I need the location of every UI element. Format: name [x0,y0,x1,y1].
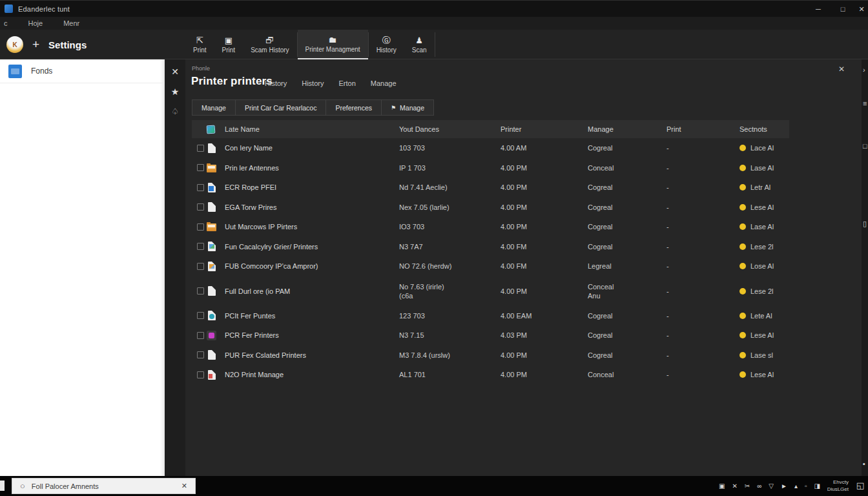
dock-icon[interactable]: ▪ [863,460,865,468]
table-row[interactable]: N2O Print Manage AL1 701 4.00 PM Conceal… [192,365,789,385]
row-checkbox[interactable] [197,145,204,152]
table-row[interactable]: PCR Fer Printers N3 7.15 4.03 PM Cogreal… [192,326,789,346]
table-row[interactable]: FUB Comcoory IP'ca Ampror) NO 72.6 (herd… [192,256,789,276]
taskbar-edge-icon[interactable] [0,480,5,491]
printer-name[interactable]: Full Durl ore (io PAM [225,287,399,296]
col-manage[interactable]: Manage [588,125,666,133]
minimize-button[interactable]: ─ [806,1,831,17]
monitor-icon[interactable]: □ [863,142,867,150]
col-printer[interactable]: Printer [501,125,588,133]
manage-value[interactable]: Cogreal [588,143,666,152]
row-checkbox[interactable] [197,351,204,358]
subtab-preferences[interactable]: Preferences [326,100,381,115]
maximize-button[interactable]: □ [831,1,855,17]
subtab-manage-2[interactable]: ⚑ Manage [382,100,433,115]
tray-x-icon-1[interactable]: ✕ [732,482,737,490]
manage-value[interactable]: Conceal [588,370,666,379]
row-checkbox[interactable] [197,263,204,270]
tab-history[interactable]: Ⓖ History [369,30,404,59]
search-close-icon[interactable]: ✕ [181,482,187,490]
tray-caret-icon[interactable]: ▴ [794,482,798,490]
favorite-icon[interactable]: ★ [171,87,180,96]
table-row[interactable]: Full Durl ore (io PAM No 7.63 (irirle) (… [192,276,789,306]
tray-scissors-icon[interactable]: ✂ [745,482,750,490]
printer-name[interactable]: FUB Comcoory IP'ca Ampror) [225,262,399,271]
table-row[interactable]: Prin ler Antennes IP 1 703 4.00 PM Conce… [192,158,789,178]
row-checkbox[interactable] [197,164,204,171]
show-desktop-icon[interactable]: ◱ [856,480,864,490]
printer-name[interactable]: PUR Fex Cslated Printers [225,351,399,360]
printer-name[interactable]: ECR Rope PFEI [225,183,399,192]
col-late-name[interactable]: Late Name [225,125,399,133]
manage-value[interactable]: Conceal [588,163,666,172]
list-icon[interactable]: ≡ [863,99,867,107]
tray-window-icon[interactable]: ◨ [814,482,820,490]
avatar[interactable]: K [6,36,23,53]
tab-scan[interactable]: ♟ Scan [404,30,435,59]
printer-name[interactable]: Uut Marcows IP Pirters [225,222,399,231]
tab-print-1[interactable]: ⇱ Print [185,30,214,59]
row-checkbox[interactable] [197,243,204,250]
row-checkbox[interactable] [197,287,204,294]
printer-name[interactable]: PCIt Fer Puntes [225,311,399,320]
manage-value[interactable]: Cogreal [588,351,666,360]
link-history-2[interactable]: History [302,79,324,87]
table-row[interactable]: PUR Fex Cslated Printers M3 7.8.4 (urslw… [192,346,789,366]
link-erton[interactable]: Erton [338,79,355,87]
row-checkbox[interactable] [197,184,204,191]
col-sectnots[interactable]: Sectnots [739,125,789,133]
manage-value[interactable]: Cogreal [588,242,666,251]
sidebar-item-fonds[interactable]: Fonds [0,59,165,83]
taskbar-search[interactable]: ○ Foll Palocer Amnents ✕ [12,478,196,494]
printer-name[interactable]: EGA Torw Prires [225,203,399,212]
row-checkbox[interactable] [197,223,204,231]
manage-value[interactable]: Cogreal [588,222,666,231]
add-button[interactable]: + [32,37,39,52]
chevron-right-icon[interactable]: › [863,66,865,74]
manage-value[interactable]: Conceal Anu [588,282,666,300]
col-yout-dances[interactable]: Yout Dances [399,125,501,133]
tray-triangle-icon[interactable]: ▽ [769,482,774,490]
tray-image-icon[interactable]: ▣ [719,482,725,490]
col-print[interactable]: Print [666,125,739,133]
menu-item-2[interactable]: Menr [61,19,82,27]
printer-name[interactable]: PCR Fer Printers [225,331,399,340]
tray-arrow-icon[interactable]: ► [781,482,787,490]
link-manage[interactable]: Manage [371,79,397,87]
manage-value[interactable]: Cogreal [588,183,666,192]
row-checkbox[interactable] [197,371,204,378]
row-checkbox[interactable] [197,312,204,319]
table-row[interactable]: ECR Rope PFEI Nd 7.41 Aeclie) 4.00 PM Co… [192,178,789,198]
tray-wave-icon[interactable]: ∞ [757,482,761,490]
printer-name[interactable]: Con Iery Name [225,143,399,152]
table-row[interactable]: PCIt Fer Puntes 123 703 4.00 EAM Cogreal… [192,306,789,326]
table-row[interactable]: Fun Cacalcylry Grier/ Printers N3 7A7 4.… [192,237,789,257]
search-input[interactable]: Foll Palocer Amnents [32,482,181,490]
manage-value[interactable]: Cogreal [588,203,666,212]
profile-icon[interactable]: ♤ [171,107,179,116]
close-button[interactable]: ✕ [855,1,868,17]
panel-close-icon[interactable]: ✕ [838,65,845,74]
link-history-1[interactable]: History [265,79,287,87]
tab-print-2[interactable]: ▣ Print [214,30,243,59]
printer-name[interactable]: Prin ler Antennes [225,163,399,172]
table-row[interactable]: Uut Marcows IP Pirters IO3 703 4.00 PM C… [192,217,789,237]
row-checkbox[interactable] [197,332,204,339]
menu-item-0[interactable]: c [1,19,10,27]
manage-value[interactable]: Cogreal [588,331,666,340]
row-checkbox[interactable] [197,203,204,211]
manage-value[interactable]: Legreal [588,262,666,271]
page-icon[interactable]: ▯ [863,220,867,228]
manage-value[interactable]: Cogreal [588,311,666,320]
close-icon[interactable]: ✕ [171,67,179,76]
printer-name[interactable]: Fun Cacalcylry Grier/ Printers [225,242,399,251]
table-row[interactable]: EGA Torw Prires Nex 7.05 (larlie) 4.00 P… [192,198,789,218]
tab-printer-management[interactable]: 🖿 Printer Managment [298,30,368,59]
tray-square-icon[interactable]: ▫ [805,482,807,490]
menu-item-1[interactable]: Hoje [26,19,46,27]
table-row[interactable]: Con Iery Name 103 703 4.00 AM Cogreal - … [192,138,789,158]
subtab-print-car[interactable]: Print Car Car Rearlacoc [236,100,326,115]
tab-scan-history[interactable]: 🗗 Scam History [243,30,296,59]
subtab-manage-1[interactable]: Manage [192,100,235,115]
printer-name[interactable]: N2O Print Manage [225,370,399,379]
